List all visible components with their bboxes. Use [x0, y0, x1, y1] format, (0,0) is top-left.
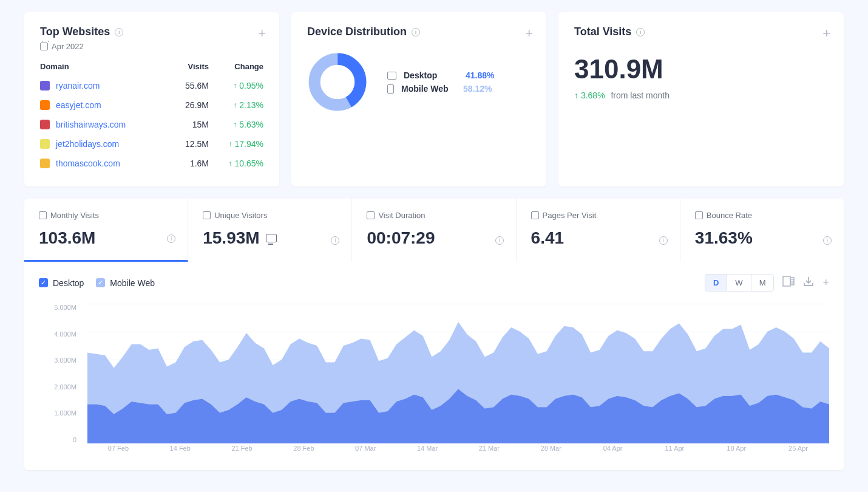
visits-value: 1.6M: [160, 159, 209, 168]
change-value: ↑ 17.94%: [209, 139, 263, 149]
granularity-week[interactable]: W: [727, 275, 751, 291]
arrow-up-icon: ↑: [229, 140, 232, 148]
table-row: thomascook.com 1.6M ↑ 10.65%: [40, 154, 263, 173]
y-axis: 5.000M4.000M3.000M2.000M1.000M0: [39, 304, 81, 443]
total-visits-card: + Total Visits i 310.9M ↑ 3.68% from las…: [558, 12, 844, 186]
metric-icon: [531, 211, 539, 219]
arrow-up-icon: ↑: [233, 120, 237, 129]
favicon-icon: [40, 81, 50, 91]
legend-label: Desktop: [404, 70, 458, 80]
checkbox-on-icon: ✓: [39, 278, 48, 287]
col-domain: Domain: [40, 62, 160, 71]
legend-mobile-toggle[interactable]: ✓ Mobile Web: [96, 278, 155, 288]
plot-area: [87, 304, 829, 443]
metric-label: Visit Duration: [367, 211, 501, 220]
export-excel-icon[interactable]: [782, 276, 795, 290]
domain-link[interactable]: ryanair.com: [56, 81, 160, 91]
info-icon[interactable]: i: [495, 236, 504, 245]
metric-tab[interactable]: Visit Duration 00:07:29 i: [352, 199, 516, 262]
visits-value: 26.9M: [160, 100, 209, 110]
change-value: ↑ 5.63%: [209, 120, 263, 129]
table-header: Domain Visits Change: [40, 62, 263, 76]
download-icon[interactable]: [803, 276, 814, 290]
legend-value: 58.12%: [463, 84, 492, 94]
favicon-icon: [40, 100, 50, 110]
svg-point-1: [314, 59, 361, 105]
metric-icon: [203, 211, 211, 219]
device-distribution-title: Device Distribution i: [307, 26, 531, 38]
metric-tab[interactable]: Bounce Rate 31.63% i: [680, 199, 844, 262]
device-distribution-card: + Device Distribution i Desktop 41.88% M…: [291, 12, 546, 186]
change-value: ↑ 0.95%: [209, 81, 263, 91]
total-visits-change: ↑ 3.68% from last month: [574, 91, 828, 100]
svg-rect-2: [783, 276, 790, 286]
chart-legend: ✓ Desktop ✓ Mobile Web: [39, 278, 155, 288]
card-title-text: Top Websites: [40, 26, 110, 38]
col-visits: Visits: [160, 62, 209, 71]
favicon-icon: [40, 120, 50, 129]
arrow-up-icon: ↑: [233, 101, 237, 109]
granularity-segment: D W M: [705, 274, 775, 292]
metrics-row: Monthly Visits 103.6M i Unique Visitors …: [24, 199, 844, 262]
add-widget-icon[interactable]: +: [822, 26, 830, 41]
info-icon[interactable]: i: [331, 236, 339, 245]
change-value: ↑ 10.65%: [209, 159, 263, 168]
chart-card: ✓ Desktop ✓ Mobile Web D W M + 5.000M4.: [24, 259, 844, 470]
info-icon[interactable]: i: [115, 28, 123, 36]
top-websites-card: + Top Websites i Apr 2022 Domain Visits …: [24, 12, 279, 186]
legend-label: Mobile Web: [401, 84, 456, 94]
legend-label: Desktop: [53, 278, 84, 288]
metric-value: 00:07:29: [367, 228, 501, 248]
arrow-up-icon: ↑: [229, 159, 232, 168]
device-legend: Desktop 41.88% Mobile Web 58.12%: [387, 69, 494, 95]
change-text: from last month: [611, 91, 669, 100]
visits-value: 15M: [160, 120, 209, 129]
info-icon[interactable]: i: [659, 236, 668, 245]
table-row: jet2holidays.com 12.5M ↑ 17.94%: [40, 134, 263, 154]
favicon-icon: [40, 159, 50, 168]
metric-tab[interactable]: Pages Per Visit 6.41 i: [517, 199, 680, 262]
granularity-month[interactable]: M: [751, 275, 774, 291]
info-icon[interactable]: i: [412, 28, 420, 36]
donut-chart: [307, 52, 368, 112]
add-icon[interactable]: +: [822, 276, 829, 289]
card-title-text: Device Distribution: [307, 26, 407, 38]
info-icon[interactable]: i: [636, 28, 645, 36]
legend-value: 41.88%: [466, 70, 494, 80]
table-row: easyjet.com 26.9M ↑ 2.13%: [40, 95, 263, 115]
granularity-day[interactable]: D: [705, 275, 727, 291]
info-icon[interactable]: i: [823, 236, 832, 245]
area-chart: 5.000M4.000M3.000M2.000M1.000M0 07 Feb14…: [39, 304, 829, 456]
add-widget-icon[interactable]: +: [258, 26, 266, 41]
table-row: ryanair.com 55.6M ↑ 0.95%: [40, 76, 263, 95]
arrow-up-icon: ↑: [233, 81, 237, 90]
info-icon[interactable]: i: [167, 234, 175, 243]
favicon-icon: [40, 139, 50, 149]
metric-value: 103.6M: [39, 228, 173, 248]
change-value: ↑ 2.13%: [209, 100, 263, 110]
metric-label: Unique Visitors: [203, 211, 337, 220]
chart-tools: D W M +: [705, 274, 829, 292]
metric-icon: [367, 211, 375, 219]
checkbox-on-icon: ✓: [96, 278, 105, 287]
domain-link[interactable]: jet2holidays.com: [56, 139, 160, 149]
total-visits-value: 310.9M: [574, 54, 828, 84]
domain-link[interactable]: easyjet.com: [56, 100, 160, 110]
add-widget-icon[interactable]: +: [525, 26, 533, 41]
domain-link[interactable]: thomascook.com: [56, 159, 160, 168]
legend-desktop-toggle[interactable]: ✓ Desktop: [39, 278, 84, 288]
metric-label: Monthly Visits: [39, 211, 173, 220]
desktop-icon: [266, 234, 277, 242]
domain-link[interactable]: britishairways.com: [56, 120, 160, 129]
visits-value: 12.5M: [160, 139, 209, 149]
metric-icon: [39, 211, 47, 219]
top-websites-title: Top Websites i: [40, 26, 263, 38]
date-filter[interactable]: Apr 2022: [40, 42, 263, 51]
desktop-icon: [387, 72, 396, 80]
metric-tab[interactable]: Monthly Visits 103.6M i: [24, 199, 188, 262]
metric-value: 6.41: [531, 228, 665, 248]
legend-label: Mobile Web: [110, 278, 155, 288]
legend-desktop: Desktop 41.88%: [387, 69, 494, 82]
metric-tab[interactable]: Unique Visitors 15.93M i: [188, 199, 352, 262]
metric-value: 31.63%: [695, 228, 829, 248]
